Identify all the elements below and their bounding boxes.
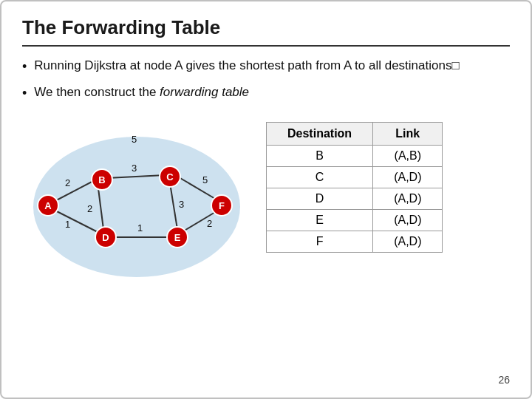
bullet-list: • Running Dijkstra at node A gives the s… <box>22 57 510 110</box>
svg-text:2: 2 <box>87 203 92 214</box>
svg-text:3: 3 <box>179 199 184 210</box>
svg-text:1: 1 <box>65 219 70 230</box>
table-row: E(A,D) <box>267 210 443 231</box>
bullet-item-2: • We then construct the forwarding table <box>22 83 510 103</box>
table-row: D(A,D) <box>267 188 443 210</box>
table-row: B(A,B) <box>267 146 443 167</box>
table-cell-link: (A,B) <box>373 146 443 167</box>
svg-text:5: 5 <box>132 134 137 145</box>
svg-text:E: E <box>174 232 181 243</box>
table-cell-destination: D <box>267 188 373 210</box>
graph-area: 2 1 3 2 5 1 2 <box>22 122 259 292</box>
table-cell-destination: F <box>267 231 373 253</box>
table-header-link: Link <box>373 123 443 146</box>
bullet-symbol-1: • <box>22 58 27 76</box>
table-area: Destination Link B(A,B)C(A,D)D(A,D)E(A,D… <box>259 122 510 253</box>
svg-text:B: B <box>98 174 105 185</box>
svg-text:1: 1 <box>137 222 143 233</box>
table-row: F(A,D) <box>267 231 443 253</box>
bullet-item-1: • Running Dijkstra at node A gives the s… <box>22 57 510 76</box>
graph-svg: 2 1 3 2 5 1 2 <box>22 122 251 288</box>
svg-text:D: D <box>102 232 109 243</box>
bullet-symbol-2: • <box>22 84 27 103</box>
svg-text:2: 2 <box>207 218 212 229</box>
table-cell-link: (A,D) <box>373 167 443 188</box>
bullet-text-2: We then construct the forwarding table <box>34 83 249 101</box>
svg-text:2: 2 <box>65 177 70 188</box>
table-cell-destination: C <box>267 167 373 188</box>
page-number: 26 <box>22 371 510 386</box>
slide: The Forwarding Table • Running Dijkstra … <box>0 0 532 399</box>
table-cell-destination: B <box>267 146 373 167</box>
svg-text:F: F <box>219 200 225 211</box>
svg-text:C: C <box>166 171 174 183</box>
table-row: C(A,D) <box>267 167 443 188</box>
svg-text:3: 3 <box>132 163 137 174</box>
table-cell-destination: E <box>267 210 373 231</box>
table-cell-link: (A,D) <box>373 188 443 210</box>
bullet-text-1: Running Dijkstra at node A gives the sho… <box>34 57 459 75</box>
content-area: 2 1 3 2 5 1 2 <box>22 122 510 371</box>
svg-text:5: 5 <box>202 174 208 185</box>
table-header-destination: Destination <box>267 123 373 146</box>
forwarding-table: Destination Link B(A,B)C(A,D)D(A,D)E(A,D… <box>266 122 443 253</box>
table-cell-link: (A,D) <box>373 210 443 231</box>
svg-text:A: A <box>44 200 52 211</box>
table-cell-link: (A,D) <box>373 231 443 253</box>
svg-point-0 <box>33 137 240 277</box>
slide-title: The Forwarding Table <box>22 16 510 47</box>
